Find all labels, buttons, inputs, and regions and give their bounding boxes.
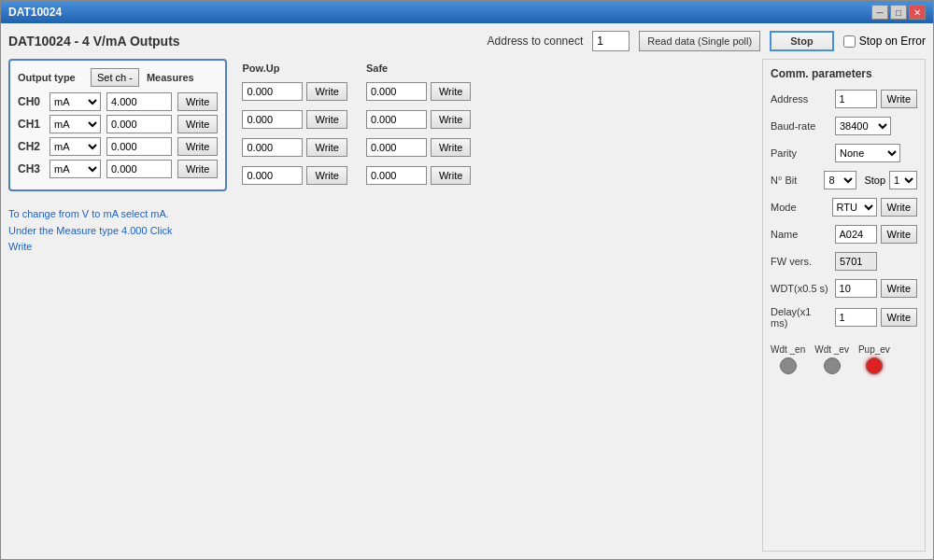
comm-parity-select[interactable]: NoneEvenOdd: [835, 144, 900, 162]
pow-up-section: Pow.Up Write Write Write: [242, 63, 347, 191]
comm-mode-row: Mode RTUASCII Write: [771, 198, 917, 217]
pow-up-write-0[interactable]: Write: [306, 82, 347, 101]
maximize-btn[interactable]: □: [890, 5, 907, 20]
pow-up-input-2[interactable]: [242, 138, 303, 157]
pow-up-write-3[interactable]: Write: [306, 166, 347, 185]
measures-label: Measures: [147, 72, 194, 83]
comm-delay-input[interactable]: [835, 308, 877, 327]
set-ch-button[interactable]: Set ch -: [91, 68, 139, 87]
safe-write-2[interactable]: Write: [431, 138, 471, 157]
stop-on-error-label: Stop on Error: [859, 35, 926, 48]
comm-fwvers-input: [835, 252, 877, 271]
safe-write-3[interactable]: Write: [431, 166, 471, 185]
stop-on-error-group: Stop on Error: [843, 35, 926, 48]
safe-header: Safe: [366, 63, 471, 74]
top-bar: DAT10024 - 4 V/mA Outputs Address to con…: [8, 31, 926, 51]
comm-address-input[interactable]: [835, 90, 877, 108]
ch0-write-button[interactable]: Write: [177, 92, 218, 111]
comm-stop-label: Stop: [864, 175, 885, 186]
stop-button[interactable]: Stop: [770, 31, 833, 51]
safe-row-2: Write: [366, 135, 471, 160]
ch2-unit-select[interactable]: mAV: [50, 137, 101, 156]
ch0-unit-select[interactable]: mAV: [50, 92, 101, 111]
safe-input-3[interactable]: [366, 166, 427, 185]
ch1-measure-input[interactable]: [106, 115, 172, 133]
ch2-label: CH2: [18, 140, 44, 153]
read-data-button[interactable]: Read data (Single poll): [639, 31, 760, 51]
left-panel: Output type Set ch - Measures CH0 mAV Wr…: [8, 59, 755, 552]
ch3-measure-input[interactable]: [106, 160, 172, 178]
minimize-btn[interactable]: ─: [871, 5, 888, 20]
wdt-ev-light: [824, 357, 841, 374]
safe-write-1[interactable]: Write: [431, 110, 471, 129]
comm-wdt-label: WDT(x0.5 s): [771, 283, 831, 294]
comm-address-write[interactable]: Write: [881, 90, 917, 108]
safe-input-2[interactable]: [366, 138, 427, 157]
comm-name-label: Name: [771, 229, 831, 240]
info-line-3: Write: [8, 239, 755, 256]
ch0-measure-input[interactable]: [106, 92, 172, 111]
info-line-2: Under the Measure type 4.000 Click: [8, 223, 755, 240]
pup-ev-label: Pup_ev: [858, 344, 890, 355]
pow-up-row-1: Write: [242, 107, 347, 132]
pow-up-header: Pow.Up: [242, 63, 347, 74]
comm-parity-label: Parity: [771, 147, 831, 159]
output-type-label: Output type: [18, 72, 83, 83]
comm-nbit-label: N° Bit: [771, 175, 820, 186]
comm-baud-label: Baud-rate: [771, 120, 831, 132]
wdt-ev-label: Wdt _ev: [814, 344, 849, 355]
comm-mode-label: Mode: [771, 202, 828, 213]
channel-row-ch3: CH3 mAV Write: [18, 160, 218, 178]
ch2-write-button[interactable]: Write: [177, 137, 218, 156]
comm-delay-write[interactable]: Write: [881, 308, 917, 327]
safe-input-0[interactable]: [366, 82, 427, 101]
address-to-connect-input[interactable]: [592, 31, 630, 51]
window-controls: ─ □ ✕: [871, 5, 926, 20]
comm-parity-row: Parity NoneEvenOdd: [771, 144, 917, 162]
wdt-en-group: Wdt _en: [771, 344, 805, 374]
comm-name-input[interactable]: [835, 225, 877, 244]
comm-delay-label: Delay(x1 ms): [771, 306, 831, 329]
ch3-unit-select[interactable]: mAV: [50, 160, 101, 178]
pow-up-input-1[interactable]: [242, 110, 303, 129]
wdt-en-label: Wdt _en: [771, 344, 805, 355]
comm-mode-write[interactable]: Write: [881, 198, 917, 217]
ch3-write-button[interactable]: Write: [177, 160, 218, 178]
wdt-ev-group: Wdt _ev: [814, 344, 849, 374]
stop-on-error-checkbox[interactable]: [843, 35, 856, 48]
pow-up-row-3: Write: [242, 163, 347, 188]
ch2-measure-input[interactable]: [106, 137, 172, 156]
channel-row-ch1: CH1 mAV Write: [18, 115, 218, 133]
right-panel: Comm. parameters Address Write Baud-rate…: [762, 59, 926, 552]
safe-input-1[interactable]: [366, 110, 427, 129]
pow-up-input-0[interactable]: [242, 82, 303, 101]
close-btn[interactable]: ✕: [909, 5, 926, 20]
pow-up-input-3[interactable]: [242, 166, 303, 185]
safe-section: Safe Write Write Write: [366, 63, 471, 191]
comm-fwvers-row: FW vers.: [771, 252, 917, 271]
ch1-write-button[interactable]: Write: [177, 115, 218, 133]
content-area: DAT10024 - 4 V/mA Outputs Address to con…: [1, 23, 933, 559]
comm-baud-select[interactable]: 3840096001920057600115200: [835, 117, 891, 135]
title-bar: DAT10024 ─ □ ✕: [1, 1, 933, 23]
ch1-label: CH1: [18, 118, 44, 131]
safe-write-0[interactable]: Write: [431, 82, 471, 101]
comm-mode-select[interactable]: RTUASCII: [832, 198, 877, 217]
comm-baud-row: Baud-rate 3840096001920057600115200: [771, 117, 917, 135]
comm-name-write[interactable]: Write: [881, 225, 917, 244]
pow-up-write-1[interactable]: Write: [306, 110, 347, 129]
channel-row-ch2: CH2 mAV Write: [18, 137, 218, 156]
pup-ev-group: Pup_ev: [858, 344, 890, 374]
ch1-unit-select[interactable]: mAV: [50, 115, 101, 133]
comm-wdt-write[interactable]: Write: [881, 279, 917, 298]
comm-nbit-select[interactable]: 87: [824, 171, 856, 189]
pow-up-write-2[interactable]: Write: [306, 138, 347, 157]
comm-fwvers-label: FW vers.: [771, 256, 831, 267]
safe-row-1: Write: [366, 107, 471, 132]
comm-wdt-input[interactable]: [835, 279, 877, 298]
safe-row-3: Write: [366, 163, 471, 188]
info-line-1: To change from V to mA select mA.: [8, 206, 755, 223]
comm-stop-select[interactable]: 12: [889, 171, 917, 189]
channel-row-ch0: CH0 mAV Write: [18, 92, 218, 111]
ch3-label: CH3: [18, 162, 44, 175]
